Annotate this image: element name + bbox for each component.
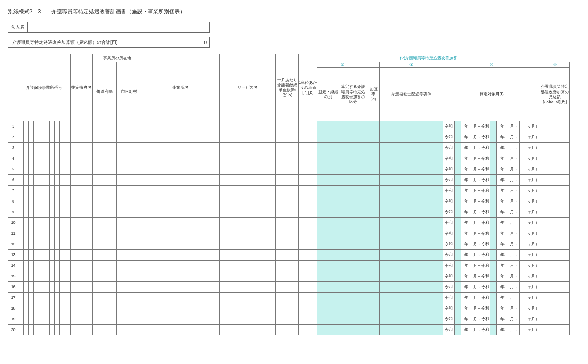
jigyousho-digit[interactable] [49, 132, 54, 143]
jigyousho-digit[interactable] [39, 164, 44, 175]
in-months[interactable] [519, 218, 527, 228]
kubun-cell[interactable] [339, 132, 367, 143]
jigyousho-digit[interactable] [60, 282, 65, 293]
jigyousho-digit[interactable] [49, 271, 54, 282]
shinki-cell[interactable] [317, 218, 339, 228]
shinki-cell[interactable] [317, 271, 339, 282]
jigyousho-digit[interactable] [39, 303, 44, 314]
jigyousho-digit[interactable] [23, 293, 29, 303]
req-cell[interactable] [379, 228, 443, 239]
in-year2[interactable] [490, 121, 497, 132]
sitei-cell[interactable] [70, 250, 93, 261]
in-year2[interactable] [490, 250, 497, 261]
jigyousho-digit[interactable] [65, 250, 70, 261]
shinki-cell[interactable] [317, 186, 339, 196]
jigyousho-digit[interactable] [54, 303, 60, 314]
jigyousho-digit[interactable] [60, 186, 65, 196]
jigyousho-digit[interactable] [54, 153, 60, 164]
shinki-cell[interactable] [317, 196, 339, 207]
in-months[interactable] [519, 293, 527, 303]
jname-cell[interactable] [142, 143, 219, 153]
kubun-cell[interactable] [339, 175, 367, 186]
jigyousho-digit[interactable] [54, 164, 60, 175]
jigyousho-digit[interactable] [18, 186, 24, 196]
city-cell[interactable] [117, 261, 142, 271]
e-cell[interactable] [367, 293, 379, 303]
in-months[interactable] [519, 196, 527, 207]
jigyousho-digit[interactable] [18, 218, 24, 228]
jname-cell[interactable] [142, 325, 219, 335]
jigyousho-digit[interactable] [54, 196, 60, 207]
jigyousho-digit[interactable] [49, 239, 54, 250]
sitei-cell[interactable] [70, 282, 93, 293]
jigyousho-digit[interactable] [39, 196, 44, 207]
jigyousho-digit[interactable] [44, 314, 50, 325]
shinki-cell[interactable] [317, 132, 339, 143]
jigyousho-digit[interactable] [39, 314, 44, 325]
in-months[interactable] [519, 207, 527, 218]
e-cell[interactable] [367, 282, 379, 293]
jigyousho-digit[interactable] [34, 303, 39, 314]
jigyousho-digit[interactable] [65, 175, 70, 186]
jigyousho-digit[interactable] [54, 175, 60, 186]
jigyousho-digit[interactable] [60, 218, 65, 228]
svc-cell[interactable] [219, 121, 276, 132]
a-cell[interactable] [276, 175, 299, 186]
jigyousho-digit[interactable] [60, 261, 65, 271]
jigyousho-digit[interactable] [44, 143, 50, 153]
city-cell[interactable] [117, 282, 142, 293]
jigyousho-digit[interactable] [44, 271, 50, 282]
b-cell[interactable] [299, 143, 317, 153]
jigyousho-digit[interactable] [23, 228, 29, 239]
jigyousho-digit[interactable] [18, 143, 24, 153]
city-cell[interactable] [117, 239, 142, 250]
b-cell[interactable] [299, 186, 317, 196]
jigyousho-digit[interactable] [34, 293, 39, 303]
jigyousho-digit[interactable] [18, 271, 24, 282]
in-year2[interactable] [490, 143, 497, 153]
jigyousho-digit[interactable] [49, 175, 54, 186]
sitei-cell[interactable] [70, 314, 93, 325]
svc-cell[interactable] [219, 132, 276, 143]
jigyousho-digit[interactable] [44, 121, 50, 132]
jigyousho-digit[interactable] [29, 325, 34, 335]
shinki-cell[interactable] [317, 314, 339, 325]
shinki-cell[interactable] [317, 250, 339, 261]
kubun-cell[interactable] [339, 271, 367, 282]
in-year2[interactable] [490, 239, 497, 250]
jname-cell[interactable] [142, 121, 219, 132]
jigyousho-digit[interactable] [65, 121, 70, 132]
jigyousho-digit[interactable] [49, 186, 54, 196]
jigyousho-digit[interactable] [44, 164, 50, 175]
jname-cell[interactable] [142, 314, 219, 325]
shinki-cell[interactable] [317, 261, 339, 271]
sitei-cell[interactable] [70, 271, 93, 282]
req-cell[interactable] [379, 132, 443, 143]
jigyousho-digit[interactable] [34, 175, 39, 186]
pref-cell[interactable] [93, 228, 117, 239]
e-cell[interactable] [367, 186, 379, 196]
b-cell[interactable] [299, 121, 317, 132]
jigyousho-digit[interactable] [23, 186, 29, 196]
b-cell[interactable] [299, 218, 317, 228]
a-cell[interactable] [276, 186, 299, 196]
jigyousho-digit[interactable] [49, 207, 54, 218]
jigyousho-digit[interactable] [29, 143, 34, 153]
req-cell[interactable] [379, 186, 443, 196]
jigyousho-digit[interactable] [34, 325, 39, 335]
jigyousho-digit[interactable] [44, 325, 50, 335]
jigyousho-digit[interactable] [60, 175, 65, 186]
b-cell[interactable] [299, 250, 317, 261]
e-cell[interactable] [367, 314, 379, 325]
jigyousho-digit[interactable] [49, 261, 54, 271]
jigyousho-digit[interactable] [23, 121, 29, 132]
jigyousho-digit[interactable] [29, 153, 34, 164]
in-year2[interactable] [490, 303, 497, 314]
pref-cell[interactable] [93, 143, 117, 153]
jigyousho-digit[interactable] [39, 228, 44, 239]
e-cell[interactable] [367, 207, 379, 218]
in-year1[interactable] [454, 175, 461, 186]
e-cell[interactable] [367, 228, 379, 239]
pref-cell[interactable] [93, 314, 117, 325]
pref-cell[interactable] [93, 218, 117, 228]
